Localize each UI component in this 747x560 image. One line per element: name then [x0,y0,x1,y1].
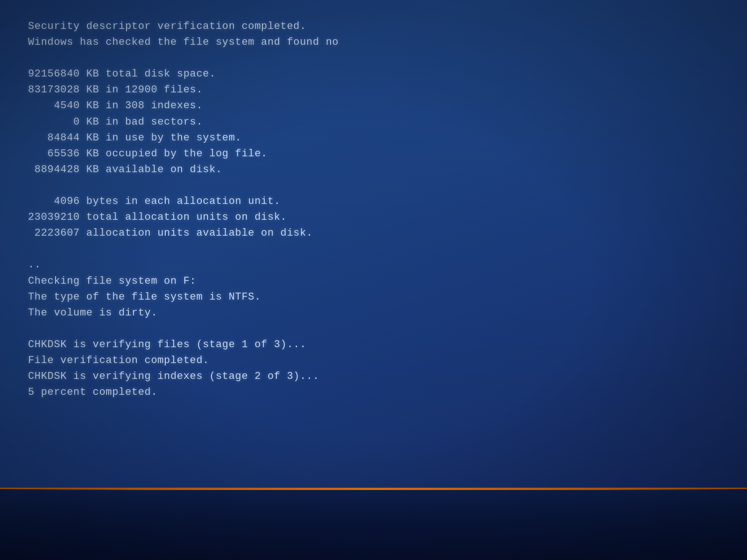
horizontal-divider [0,488,747,490]
terminal-line: 23039210 total allocation units on disk. [28,210,719,225]
terminal-line [28,50,719,66]
terminal-line: Security descriptor verification complet… [28,19,719,35]
terminal-line: 92156840 KB total disk space. [28,66,719,82]
terminal-line: 4540 KB in 308 indexes. [28,98,719,114]
terminal-line: Checking file system on F: [28,273,719,289]
screen: Security descriptor verification complet… [0,0,747,560]
terminal-line: 84844 KB in use by the system. [28,130,719,146]
bottom-bar [0,488,747,560]
terminal-line: .. [28,257,719,273]
terminal-line: 4096 bytes in each allocation unit. [28,194,719,210]
terminal-line: 65536 KB occupied by the log file. [28,146,719,162]
terminal-line [28,178,719,194]
terminal-line [28,321,719,337]
terminal-line: 0 KB in bad sectors. [28,114,719,130]
terminal-line: Windows has checked the file system and … [28,35,719,50]
terminal-line: 83173028 KB in 12900 files. [28,82,719,98]
terminal-output: Security descriptor verification complet… [28,19,719,485]
terminal-line: 5 percent completed. [28,385,719,400]
terminal-line: CHKDSK is verifying files (stage 1 of 3)… [28,337,719,353]
terminal-line: File verification completed. [28,353,719,369]
terminal-line: CHKDSK is verifying indexes (stage 2 of … [28,369,719,385]
terminal-line: The volume is dirty. [28,305,719,321]
terminal-line: 2223607 allocation units available on di… [28,225,719,241]
terminal-line: The type of the file system is NTFS. [28,289,719,305]
terminal-line: 8894428 KB available on disk. [28,162,719,178]
terminal-line [28,241,719,257]
